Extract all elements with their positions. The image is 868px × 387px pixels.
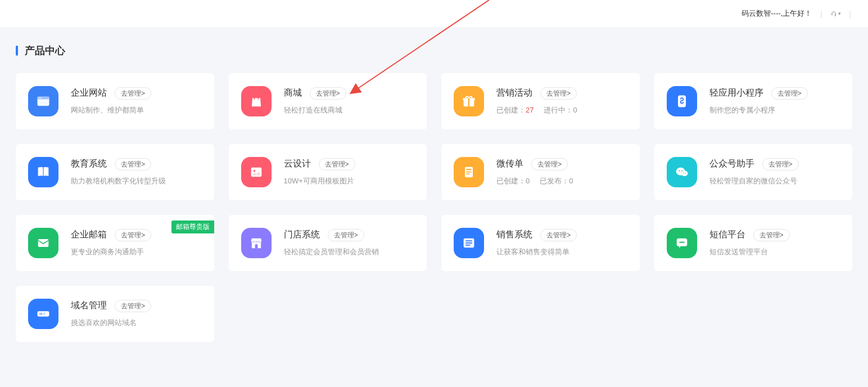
wechat-icon (667, 157, 697, 187)
manage-button[interactable]: 去管理> (115, 229, 151, 242)
envelope-icon (28, 228, 58, 258)
card-title: 门店系统 (284, 229, 320, 241)
svg-point-21 (683, 173, 684, 174)
card-title: 公众号助手 (709, 158, 754, 170)
manage-button[interactable]: 去管理> (531, 158, 568, 171)
image-icon (241, 157, 272, 187)
product-card[interactable]: 门店系统去管理>轻松搞定会员管理和会员营销 (229, 215, 427, 271)
card-title: 云设计 (284, 158, 311, 170)
card-title: 销售系统 (496, 229, 532, 241)
divider: | (820, 10, 822, 18)
svg-rect-9 (678, 96, 686, 107)
svg-rect-23 (38, 239, 49, 247)
card-title: 企业网站 (71, 87, 107, 99)
card-title: 企业邮箱 (71, 229, 107, 241)
svg-point-20 (681, 170, 682, 172)
chevron-down-icon: ▾ (838, 11, 841, 16)
card-desc: 网站制作、维护都简单 (71, 105, 202, 115)
product-card[interactable]: 轻应用小程序去管理>制作您的专属小程序 (654, 73, 853, 129)
product-card[interactable]: 短信平台去管理>短信发送管理平台 (654, 215, 853, 271)
svg-rect-14 (466, 169, 471, 170)
product-grid: 企业网站去管理>网站制作、维护都简单商城去管理>轻松打造在线商城营销活动去管理>… (16, 73, 852, 342)
card-title: 教育系统 (71, 158, 107, 170)
section-title-text: 产品中心 (25, 44, 65, 57)
store-icon (241, 228, 272, 258)
card-desc: 轻松搞定会员管理和会员营销 (284, 247, 415, 257)
card-desc: 轻松打造在线商城 (284, 105, 415, 115)
card-desc: 10W+可商用模板图片 (284, 176, 415, 186)
headset-icon[interactable]: ▾ (831, 8, 841, 19)
manage-button[interactable]: 去管理> (540, 87, 577, 100)
product-card[interactable]: 邮箱尊贵版企业邮箱去管理>更专业的商务沟通助手 (16, 215, 214, 271)
svg-point-4 (39, 97, 40, 98)
manage-button[interactable]: 去管理> (762, 158, 799, 171)
manage-button[interactable]: 去管理> (771, 87, 808, 100)
svg-point-18 (681, 170, 688, 176)
svg-rect-31 (679, 242, 684, 243)
window-icon (28, 86, 58, 116)
flyer-icon (454, 157, 484, 187)
manage-button[interactable]: 去管理> (115, 87, 151, 100)
manage-button[interactable]: 去管理> (753, 229, 790, 242)
section-title: 产品中心 (16, 44, 852, 57)
product-card[interactable]: 商城去管理>轻松打造在线商城 (229, 73, 427, 129)
card-desc: 制作您的专属小程序 (709, 105, 840, 115)
card-desc: 助力教培机构数字化转型升级 (71, 176, 202, 186)
miniprog-icon (667, 86, 697, 116)
domain-icon: w.= (28, 299, 58, 329)
book-icon (28, 157, 58, 187)
greeting-text: 码云数智----,上午好！ (742, 8, 812, 19)
running-stat: 已发布：0 (540, 177, 573, 185)
card-title: 商城 (284, 87, 302, 99)
svg-point-12 (253, 170, 255, 172)
card-title: 域名管理 (71, 300, 107, 312)
product-card[interactable]: 公众号助手去管理>轻松管理自家的微信公众号 (654, 144, 853, 200)
card-title: 短信平台 (709, 229, 745, 241)
product-card[interactable]: 销售系统去管理>让获客和销售变得简单 (441, 215, 640, 271)
svg-point-22 (685, 173, 686, 174)
divider: | (849, 10, 851, 18)
list-icon (454, 228, 484, 258)
card-desc: 更专业的商务沟通助手 (71, 247, 202, 257)
manage-button[interactable]: 去管理> (310, 87, 346, 100)
manage-button[interactable]: 去管理> (540, 229, 577, 242)
svg-point-5 (40, 97, 42, 98)
product-card[interactable]: 营销活动去管理>已创建：27进行中：0 (441, 73, 640, 129)
card-desc: 轻松管理自家的微信公众号 (709, 176, 840, 186)
card-desc: 已创建：0已发布：0 (496, 176, 627, 186)
svg-rect-8 (468, 98, 469, 106)
product-card[interactable]: w.=域名管理去管理>挑选喜欢的网站域名 (16, 286, 214, 342)
svg-rect-16 (466, 173, 469, 174)
created-stat: 已创建：27 (496, 106, 534, 114)
manage-button[interactable]: 去管理> (328, 229, 364, 242)
gift-icon (454, 86, 484, 116)
card-desc: 挑选喜欢的网站域名 (71, 318, 202, 328)
product-card[interactable]: 企业网站去管理>网站制作、维护都简单 (16, 73, 214, 129)
product-card[interactable]: 教育系统去管理>助力教培机构数字化转型升级 (16, 144, 214, 200)
svg-rect-28 (465, 242, 472, 244)
card-desc: 短信发送管理平台 (709, 247, 840, 257)
card-desc: 已创建：27进行中：0 (496, 105, 627, 115)
svg-rect-25 (255, 244, 257, 248)
manage-button[interactable]: 去管理> (115, 300, 151, 313)
svg-rect-15 (466, 172, 471, 173)
bag-icon (241, 86, 272, 116)
svg-rect-0 (831, 14, 832, 15)
product-card[interactable]: 微传单去管理>已创建：0已发布：0 (441, 144, 640, 200)
running-stat: 进行中：0 (544, 106, 577, 114)
svg-text:w.=: w.= (39, 312, 46, 316)
product-card[interactable]: 云设计去管理>10W+可商用模板图片 (229, 144, 427, 200)
card-desc: 让获客和销售变得简单 (496, 247, 627, 257)
chat-icon (667, 228, 697, 258)
created-stat: 已创建：0 (496, 177, 530, 185)
manage-button[interactable]: 去管理> (319, 158, 355, 171)
svg-point-19 (679, 170, 680, 172)
title-bar-accent (16, 46, 18, 56)
manage-button[interactable]: 去管理> (115, 158, 151, 171)
card-title: 营销活动 (496, 87, 532, 99)
top-bar: 码云数智----,上午好！ | ▾ | (0, 0, 868, 27)
card-title: 微传单 (496, 158, 523, 170)
card-title: 轻应用小程序 (709, 87, 763, 99)
card-badge: 邮箱尊贵版 (171, 220, 214, 233)
svg-rect-27 (465, 240, 472, 241)
